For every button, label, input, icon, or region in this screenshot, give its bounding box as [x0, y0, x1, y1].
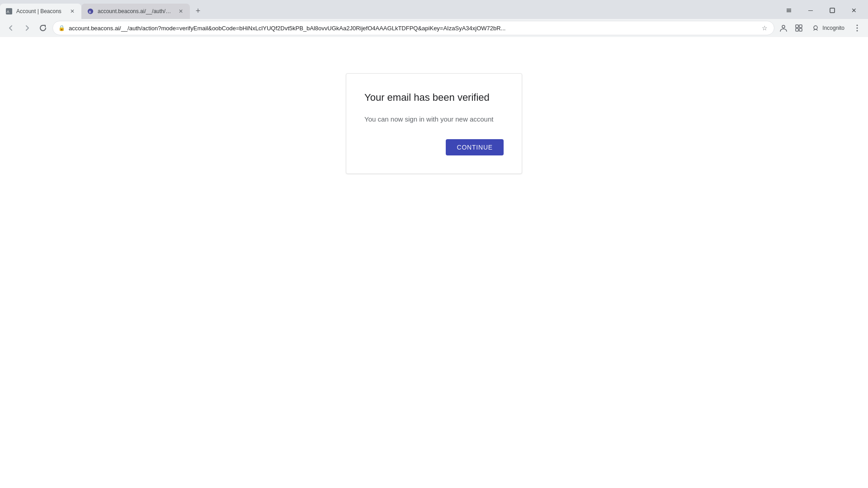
svg-rect-7	[799, 25, 802, 28]
tab-bar: A Account | Beacons ✕ B account.beacons.…	[0, 0, 868, 19]
verification-card: Your email has been verified You can now…	[346, 73, 522, 174]
svg-point-5	[782, 25, 785, 28]
address-text: account.beacons.ai/__/auth/action?mode=v…	[69, 25, 757, 32]
reload-button[interactable]	[36, 21, 51, 35]
restore-button[interactable]	[822, 4, 843, 17]
svg-point-13	[857, 30, 858, 32]
window-controls: ─ ✕	[778, 4, 868, 19]
forward-button[interactable]	[20, 21, 34, 35]
tab-1[interactable]: A Account | Beacons ✕	[0, 4, 81, 19]
incognito-indicator[interactable]: Incognito	[807, 22, 849, 34]
lock-icon: 🔒	[58, 25, 65, 31]
incognito-label: Incognito	[822, 25, 844, 31]
menu-button[interactable]	[850, 21, 864, 35]
card-title: Your email has been verified	[364, 92, 504, 103]
svg-rect-8	[796, 28, 798, 31]
address-bar-icons: ☆	[760, 24, 769, 32]
tab-1-title: Account | Beacons	[16, 8, 65, 14]
browser-chrome: A Account | Beacons ✕ B account.beacons.…	[0, 0, 868, 37]
toolbar-right: Incognito	[776, 21, 864, 35]
page-content: Your email has been verified You can now…	[0, 37, 868, 488]
svg-text:A: A	[7, 9, 9, 14]
svg-rect-6	[796, 25, 798, 28]
tab-switcher-button[interactable]	[778, 4, 799, 17]
svg-point-12	[857, 28, 858, 29]
svg-text:B: B	[89, 10, 91, 14]
svg-rect-4	[830, 8, 835, 13]
tab-2[interactable]: B account.beacons.ai/__/auth/acti... ✕	[81, 4, 190, 19]
tab-1-close[interactable]: ✕	[69, 8, 76, 15]
extensions-button[interactable]	[792, 21, 806, 35]
svg-point-10	[814, 26, 817, 29]
svg-rect-9	[799, 28, 802, 31]
minimize-button[interactable]: ─	[800, 4, 821, 17]
tab-2-close[interactable]: ✕	[177, 8, 184, 15]
address-bar[interactable]: 🔒 account.beacons.ai/__/auth/action?mode…	[52, 21, 774, 35]
tab-1-favicon: A	[5, 8, 13, 15]
continue-button[interactable]: CONTINUE	[446, 139, 504, 155]
bookmark-icon[interactable]: ☆	[760, 24, 769, 32]
tab-2-title: account.beacons.ai/__/auth/acti...	[98, 8, 174, 14]
profile-button[interactable]	[776, 21, 791, 35]
card-subtitle: You can now sign in with your new accoun…	[364, 114, 504, 125]
tab-2-favicon: B	[87, 8, 94, 15]
svg-point-11	[857, 25, 858, 26]
card-actions: CONTINUE	[364, 139, 504, 155]
close-button[interactable]: ✕	[844, 4, 864, 17]
new-tab-button[interactable]: +	[192, 5, 204, 17]
back-button[interactable]	[4, 21, 18, 35]
toolbar: 🔒 account.beacons.ai/__/auth/action?mode…	[0, 19, 868, 37]
